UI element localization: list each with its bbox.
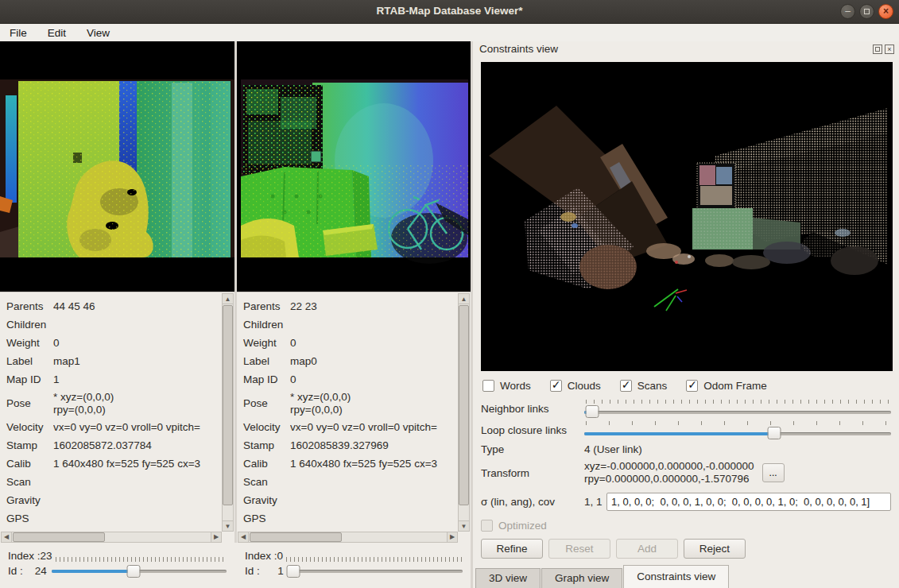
menu-edit[interactable]: Edit [48,27,66,39]
table-row: Velocityvx=0 vy=0 vz=0 vroll=0 vpitch= [0,418,222,436]
table-row: GPS [0,509,222,528]
slider-ticks [586,421,889,425]
transform-value: xyz=-0.000000,0.000000,-0.000000 rpy=0.0… [584,460,754,485]
table-row: Weight0 [237,334,458,352]
table-row: Parents44 45 46 [0,297,222,315]
clouds-checkbox[interactable]: Clouds [550,380,601,392]
sigma-value: 1, 1 [584,496,606,508]
maximize-button[interactable] [859,4,874,19]
id-label: Id : [8,565,23,577]
table-row: Children [237,315,458,334]
scroll-left-icon[interactable]: ◀ [2,532,12,542]
node-info-table-a: Parents44 45 46 Children Weight0 Labelma… [0,292,234,544]
display-options-row: Words Clouds Scans Odom Frame [482,378,767,393]
table-row: Calib1 640x480 fx=525 fy=525 cx=3 [237,455,458,473]
loop-closure-row: Loop closure links [481,420,891,439]
checkbox-icon[interactable] [620,380,632,392]
slider-handle[interactable] [585,405,599,418]
scroll-down-icon[interactable]: ▼ [459,520,469,531]
covariance-input[interactable] [606,493,891,511]
scroll-right-icon[interactable]: ▶ [211,532,221,542]
menu-view[interactable]: View [87,27,110,39]
depth-image-view-a[interactable] [0,41,234,292]
horizontal-scrollbar[interactable]: ◀ ▶ [238,532,458,543]
type-value: 4 (User link) [584,443,642,455]
refine-button[interactable]: Refine [481,539,543,559]
table-row: Scan [237,473,458,491]
node-panel-a: Parents44 45 46 Children Weight0 Labelma… [0,41,234,588]
node-info-table-b: Parents22 23 Children Weight0 Labelmap0 … [237,292,471,544]
checkbox-icon[interactable] [550,380,562,392]
table-row: Map ID0 [237,370,458,389]
table-row: GPS [237,509,458,528]
table-row: Gravity [0,491,222,509]
table-row: Labelmap1 [0,352,222,370]
constraint-3d-viewer[interactable] [481,62,893,371]
depth-image-view-b[interactable] [237,41,471,292]
constraint-actions: Refine Reset Add Reject [481,539,746,559]
horizontal-scrollbar[interactable]: ◀ ▶ [1,532,222,543]
dock-close-icon[interactable]: × [885,44,894,54]
id-label: Id : [245,565,260,577]
index-label: Index :0 [245,550,283,562]
constraints-dock: Constraints view × [473,41,899,588]
checkbox-icon[interactable] [686,380,698,392]
scroll-up-icon[interactable]: ▲ [459,294,469,304]
table-row: Pose* xyz=(0,0,0)rpy=(0,0,0) [237,389,458,418]
titlebar[interactable]: RTAB-Map Database Viewer* – × [0,0,899,24]
vertical-scrollbar[interactable]: ▲ ▼ [458,293,470,532]
add-button: Add [616,539,678,559]
loop-closure-slider[interactable] [584,421,891,439]
table-row: Gravity [237,491,458,509]
neighbor-links-row: Neighbor links [481,399,891,418]
id-slider-a[interactable] [52,563,227,578]
tab-graph-view[interactable]: Graph view [541,568,622,588]
scroll-left-icon[interactable]: ◀ [238,532,249,542]
tab-constraints-view[interactable]: Constraints view [623,565,729,588]
sigma-row: σ (lin, ang), cov 1, 1 [481,491,891,512]
scroll-right-icon[interactable]: ▶ [447,532,457,542]
minimize-button[interactable]: – [840,4,855,19]
dock-title: Constraints view [479,43,558,55]
slider-handle[interactable] [287,565,300,578]
dock-float-icon[interactable] [873,44,882,54]
index-slider-zone-a: Index :23 Id : 24 [0,548,234,582]
scroll-up-icon[interactable]: ▲ [223,294,233,304]
checkbox-icon[interactable] [482,380,494,392]
table-row: Parents22 23 [237,297,458,315]
scans-checkbox[interactable]: Scans [620,380,668,392]
table-row: Scan [0,473,222,491]
optimized-checkbox [481,520,493,532]
edit-transform-button[interactable]: ... [762,463,785,482]
index-label: Index :23 [8,550,52,562]
id-slider-b[interactable] [289,563,463,578]
words-checkbox[interactable]: Words [482,380,531,392]
window-title: RTAB-Map Database Viewer* [0,5,899,17]
tab-3d-view[interactable]: 3D view [475,568,541,588]
table-row: Weight0 [0,334,222,352]
dock-header[interactable]: Constraints view × [479,43,894,59]
id-value: 1 [260,565,284,577]
table-row: Calib1 640x480 fx=525 fy=525 cx=3 [0,455,222,473]
table-row: Map ID1 [0,370,222,389]
vertical-scrollbar[interactable]: ▲ ▼ [222,293,234,532]
close-button[interactable]: × [878,4,893,19]
rtabmap-database-viewer-window: RTAB-Map Database Viewer* – × File Edit … [0,0,899,588]
index-slider-zone-b: Index :0 Id : 1 [237,548,471,582]
table-row: Velocityvx=0 vy=0 vz=0 vroll=0 vpitch= [237,418,458,436]
table-row: Pose* xyz=(0,0,0)rpy=(0,0,0) [0,389,222,418]
reset-button: Reset [548,539,610,559]
id-value: 24 [23,565,47,577]
type-row: Type 4 (User link) [481,441,891,457]
menu-file[interactable]: File [10,27,27,39]
reject-button[interactable]: Reject [684,539,746,559]
optimized-row: Optimized [481,517,891,533]
menubar: File Edit View [0,25,899,41]
table-row: Stamp1602085872.037784 [0,436,222,455]
slider-handle[interactable] [127,565,141,578]
scroll-down-icon[interactable]: ▼ [223,520,233,531]
neighbor-links-slider[interactable] [584,400,891,417]
odom-frame-checkbox[interactable]: Odom Frame [686,380,767,392]
slider-handle[interactable] [768,427,781,439]
maximize-icon [864,9,870,14]
